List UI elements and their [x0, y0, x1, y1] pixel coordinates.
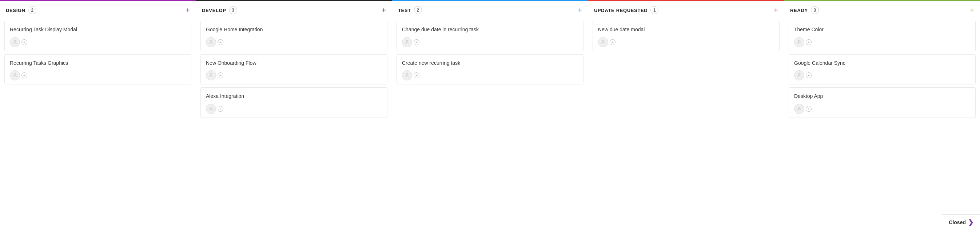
avatar-icon — [794, 70, 804, 80]
svg-point-3 — [210, 73, 212, 75]
svg-point-5 — [406, 40, 408, 42]
avatar-icon — [10, 70, 20, 80]
add-assignee-icon[interactable]: + — [806, 72, 811, 78]
card-title-design-0: Recurring Task Display Modal — [10, 26, 186, 34]
card-avatars-develop-1: + — [206, 70, 382, 80]
column-body-design: Recurring Task Display Modal +Recurring … — [0, 18, 196, 230]
column-add-button-develop[interactable]: + — [382, 6, 386, 14]
card-develop-1[interactable]: New Onboarding Flow + — [200, 54, 387, 85]
add-assignee-icon[interactable]: + — [21, 39, 27, 45]
column-update-requested: UPDATE REQUESTED1+New due date modal + — [588, 0, 784, 230]
card-avatars-update-requested-0: + — [598, 37, 774, 47]
add-assignee-icon[interactable]: + — [218, 72, 223, 78]
svg-point-8 — [798, 40, 800, 42]
column-header-test: TEST2+ — [392, 0, 588, 18]
add-assignee-icon[interactable]: + — [806, 106, 811, 112]
card-avatars-test-1: + — [402, 70, 578, 80]
column-header-ready: READY3+ — [784, 0, 980, 18]
card-title-design-1: Recurring Tasks Graphics — [10, 60, 186, 67]
card-design-0[interactable]: Recurring Task Display Modal + — [4, 21, 191, 51]
card-avatars-design-1: + — [10, 70, 186, 80]
column-header-design: DESIGN2+ — [0, 0, 196, 18]
card-design-1[interactable]: Recurring Tasks Graphics + — [4, 54, 191, 85]
column-add-button-update-requested[interactable]: + — [774, 6, 778, 14]
column-body-ready: Theme Color +Google Calendar Sync +Deskt… — [784, 18, 980, 230]
card-avatars-develop-2: + — [206, 104, 382, 114]
column-add-button-ready[interactable]: + — [970, 6, 974, 14]
closed-chevron-icon[interactable]: ❯ — [968, 218, 974, 226]
column-design: DESIGN2+Recurring Task Display Modal +Re… — [0, 0, 196, 230]
add-assignee-icon[interactable]: + — [414, 72, 419, 78]
add-assignee-icon[interactable]: + — [218, 106, 223, 112]
column-title-develop: DEVELOP — [202, 8, 226, 13]
column-header-update-requested: UPDATE REQUESTED1+ — [588, 0, 784, 18]
svg-point-9 — [798, 73, 800, 75]
svg-point-10 — [798, 107, 800, 109]
avatar-icon — [794, 37, 804, 47]
column-test: TEST2+Change due date in recurring task … — [392, 0, 588, 230]
column-count-develop: 3 — [229, 6, 237, 14]
card-avatars-ready-1: + — [794, 70, 970, 80]
column-body-update-requested: New due date modal + — [588, 18, 784, 230]
column-title-test: TEST — [398, 8, 411, 13]
avatar-icon — [10, 37, 20, 47]
card-test-1[interactable]: Create new recurring task + — [396, 54, 584, 85]
column-title-update-requested: UPDATE REQUESTED — [594, 8, 648, 13]
avatar-icon — [206, 104, 216, 114]
avatar-icon — [402, 70, 412, 80]
card-title-develop-0: Google Home Integration — [206, 26, 382, 34]
column-title-ready: READY — [790, 8, 808, 13]
column-add-button-design[interactable]: + — [186, 6, 190, 14]
add-assignee-icon[interactable]: + — [610, 39, 616, 45]
column-body-develop: Google Home Integration +New Onboarding … — [196, 18, 392, 230]
closed-label[interactable]: Closed — [949, 219, 966, 225]
card-update-requested-0[interactable]: New due date modal + — [593, 21, 780, 51]
column-count-design: 2 — [29, 6, 37, 14]
card-title-update-requested-0: New due date modal — [598, 26, 774, 34]
add-assignee-icon[interactable]: + — [218, 39, 223, 45]
avatar-icon — [206, 70, 216, 80]
kanban-board: DESIGN2+Recurring Task Display Modal +Re… — [0, 0, 980, 230]
card-ready-2[interactable]: Desktop App + — [789, 87, 976, 118]
column-count-test: 2 — [414, 6, 422, 14]
column-header-develop: DEVELOP3+ — [196, 0, 392, 18]
svg-point-2 — [210, 40, 212, 42]
card-title-ready-1: Google Calendar Sync — [794, 60, 970, 67]
card-avatars-ready-0: + — [794, 37, 970, 47]
card-title-develop-1: New Onboarding Flow — [206, 60, 382, 67]
card-avatars-test-0: + — [402, 37, 578, 47]
card-title-develop-2: Alexa Integration — [206, 93, 382, 100]
avatar-icon — [598, 37, 608, 47]
column-count-ready: 3 — [811, 6, 819, 14]
card-avatars-design-0: + — [10, 37, 186, 47]
column-develop: DEVELOP3+Google Home Integration +New On… — [196, 0, 392, 230]
svg-point-7 — [602, 40, 604, 42]
svg-point-0 — [14, 40, 16, 42]
card-test-0[interactable]: Change due date in recurring task + — [396, 21, 584, 51]
add-assignee-icon[interactable]: + — [21, 72, 27, 78]
column-body-test: Change due date in recurring task +Creat… — [392, 18, 588, 230]
card-develop-2[interactable]: Alexa Integration + — [200, 87, 387, 118]
card-title-test-0: Change due date in recurring task — [402, 26, 578, 34]
card-title-test-1: Create new recurring task — [402, 60, 578, 67]
column-add-button-test[interactable]: + — [578, 6, 582, 14]
card-ready-0[interactable]: Theme Color + — [789, 21, 976, 51]
card-avatars-develop-0: + — [206, 37, 382, 47]
footer-bar: Closed ❯ — [942, 214, 980, 230]
svg-point-4 — [210, 107, 212, 109]
card-avatars-ready-2: + — [794, 104, 970, 114]
avatar-icon — [402, 37, 412, 47]
card-ready-1[interactable]: Google Calendar Sync + — [789, 54, 976, 85]
svg-point-1 — [14, 73, 16, 75]
svg-point-6 — [406, 73, 408, 75]
add-assignee-icon[interactable]: + — [806, 39, 811, 45]
column-ready: READY3+Theme Color +Google Calendar Sync… — [784, 0, 980, 230]
add-assignee-icon[interactable]: + — [414, 39, 419, 45]
column-title-design: DESIGN — [6, 8, 25, 13]
avatar-icon — [206, 37, 216, 47]
card-title-ready-0: Theme Color — [794, 26, 970, 34]
column-count-update-requested: 1 — [651, 6, 659, 14]
card-develop-0[interactable]: Google Home Integration + — [200, 21, 387, 51]
card-title-ready-2: Desktop App — [794, 93, 970, 100]
avatar-icon — [794, 104, 804, 114]
